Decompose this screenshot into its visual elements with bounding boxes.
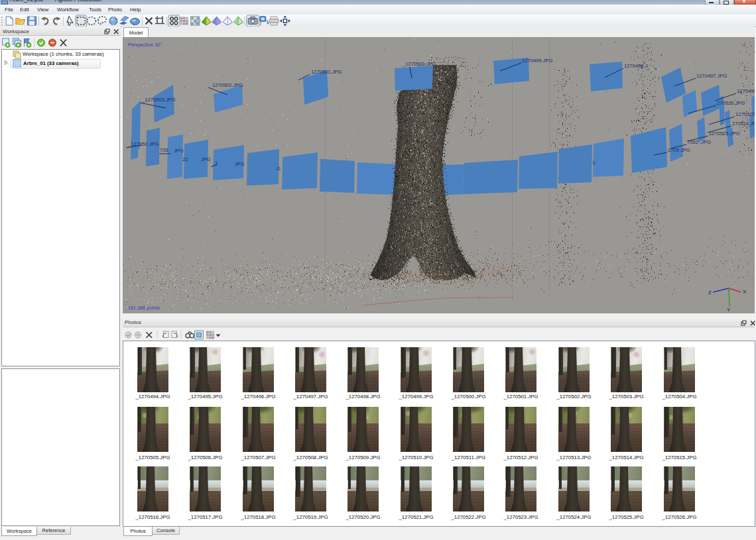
svg-text:1270525.: 1270525. [735, 111, 755, 117]
svg-text:Perspective 30°: Perspective 30° [128, 42, 162, 48]
svg-text:JPG: JPG [235, 161, 245, 167]
svg-text:1270501.JPG: 1270501.JPG [311, 69, 342, 75]
svg-text:X: X [743, 289, 747, 295]
svg-text:1270523.JPG: 1270523.JPG [709, 131, 740, 136]
svg-text:270526.JPG: 270526.JPG [717, 100, 745, 106]
svg-text:Y: Y [727, 307, 731, 313]
svg-text:161,386 points: 161,386 points [128, 305, 160, 311]
svg-text:_1270503.JPG: _1270503.JPG [141, 97, 176, 103]
svg-text:7052 .JPG: 7052 .JPG [687, 139, 711, 145]
svg-text:_127050 JPG: _127050 JPG [127, 141, 159, 147]
svg-text:JPG: JPG [201, 156, 211, 162]
svg-text:_1270500.JPG: _1270500.JPG [402, 61, 436, 67]
svg-text:Z: Z [708, 290, 712, 296]
svg-text:705: 705 [160, 147, 168, 153]
svg-text:270524.JP: 270524.JP [732, 121, 755, 127]
svg-text:1:: 1: [592, 160, 596, 166]
svg-text:1270498.J: 1270498.J [624, 63, 648, 69]
svg-text:1270499.JPG: 1270499.JPG [522, 58, 553, 64]
svg-text:G: G [277, 166, 281, 172]
svg-text:22: 22 [182, 156, 188, 162]
svg-text:1270502.JPG: 1270502.JPG [212, 82, 243, 88]
svg-text:JPG: JPG [174, 148, 184, 154]
svg-text:1270497.JPG: 1270497.JPG [696, 73, 727, 79]
svg-text:2705 JPG: 2705 JPG [668, 147, 690, 153]
svg-text:1270496.: 1270496. [737, 88, 755, 94]
